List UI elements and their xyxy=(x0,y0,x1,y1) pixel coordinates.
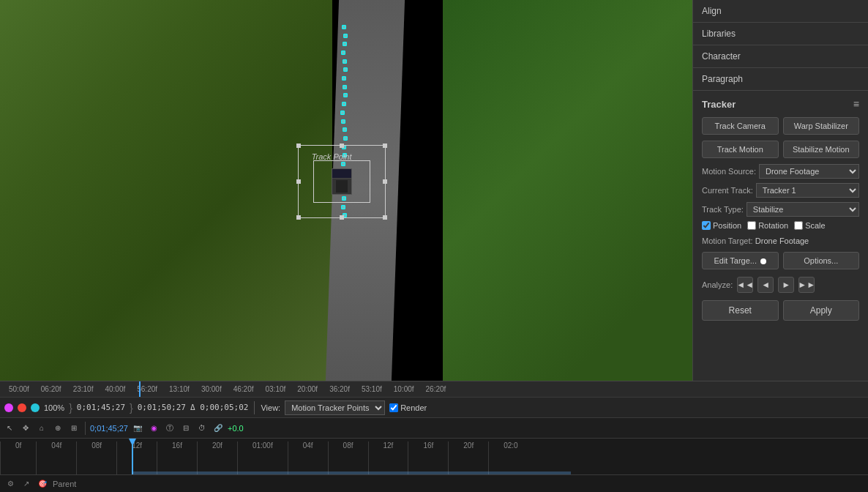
analyze-forward-button[interactable]: ► xyxy=(778,277,794,293)
handle-tm[interactable] xyxy=(340,144,344,148)
bb-parent-icon[interactable]: 🎯 xyxy=(37,478,48,490)
rotation-label: Rotation xyxy=(758,221,788,230)
main-timeline[interactable]: 0f 04f 08f 12f 16f 20f 01:00f 04f 08f 12… xyxy=(0,438,868,474)
bb-settings-icon[interactable]: ⚙ xyxy=(4,478,16,490)
handle-br[interactable] xyxy=(383,215,387,220)
timeline-secondary: ↖ ✥ ⌂ ⊕ ⊞ 0;01;45;27 📷 ◉ Ⓣ ⊟ ⏱ 🔗 +0.0 xyxy=(0,417,868,438)
analyze-row: Analyze: ◄◄ ◄ ► ►► xyxy=(702,277,859,293)
paragraph-label: Paragraph xyxy=(702,74,743,84)
color-icon[interactable] xyxy=(4,403,13,412)
mt-mark-2: 08f xyxy=(76,441,116,474)
analyze-back-back-button[interactable]: ◄◄ xyxy=(737,277,753,293)
ts-arrow-icon[interactable]: ↖ xyxy=(3,422,16,435)
handle-rm[interactable] xyxy=(383,179,387,184)
tl-mark-4: 56:20f xyxy=(131,385,163,393)
tl-mark-10: 36:20f xyxy=(323,385,356,393)
motion-source-select[interactable]: Drone Footage xyxy=(759,164,859,179)
mt-mark-11: 20f xyxy=(448,441,488,474)
delta-time-display: Δ 0;00;05;02 xyxy=(190,403,248,412)
align-header[interactable]: Align xyxy=(693,0,868,22)
view-select[interactable]: Motion Tracker Points xyxy=(285,400,385,415)
video-viewer: Track Point xyxy=(0,0,692,381)
motion-target-label: Motion Target: xyxy=(702,236,753,245)
tracker-btn-row-1: Track Camera Warp Stabilizer xyxy=(702,117,859,135)
tracker-menu-icon[interactable]: ≡ xyxy=(853,98,859,110)
edit-target-button[interactable]: Edit Targe... xyxy=(702,252,779,269)
character-header[interactable]: Character xyxy=(693,45,868,67)
tl-mark-1: 06:20f xyxy=(35,385,67,393)
parent-label: Parent xyxy=(53,480,76,488)
analyze-label: Analyze: xyxy=(702,280,733,289)
ts-move-icon[interactable]: ✥ xyxy=(19,422,32,435)
track-type-label: Track Type: xyxy=(702,205,744,214)
ts-clock-icon[interactable]: ⏱ xyxy=(195,422,209,435)
edit-options-row: Edit Targe... Options... xyxy=(702,252,859,269)
tracker-btn-row-2: Track Motion Stabilize Motion xyxy=(702,141,859,158)
mt-mark-9: 12f xyxy=(368,441,408,474)
mt-mark-12: 02:0 xyxy=(488,441,532,474)
render-checkbox[interactable] xyxy=(389,403,398,412)
timeline-bar[interactable]: 50:00f 06:20f 23:10f 40:00f 56:20f 13:10… xyxy=(0,381,868,397)
end-time-display[interactable]: 0;01;50;27 xyxy=(138,403,186,412)
field-left xyxy=(0,0,332,381)
field-right xyxy=(443,0,692,381)
panel-section-libraries: Libraries xyxy=(693,23,868,45)
warp-stabilizer-button[interactable]: Warp Stabilizer xyxy=(783,117,860,135)
handle-lm[interactable] xyxy=(296,179,301,184)
ts-home-icon[interactable]: ⌂ xyxy=(35,422,48,435)
scale-checkbox[interactable] xyxy=(794,221,803,230)
current-track-label: Current Track: xyxy=(702,186,753,195)
motion-source-row: Motion Source: Drone Footage xyxy=(702,164,859,179)
motion-target-row: Motion Target: Drone Footage xyxy=(702,236,859,246)
align-label: Align xyxy=(702,6,722,16)
ts-link2-icon[interactable]: 🔗 xyxy=(212,422,225,435)
mt-mark-1: 04f xyxy=(36,441,76,474)
position-checkbox[interactable] xyxy=(702,221,711,230)
bb-move-icon[interactable]: ↗ xyxy=(20,478,32,490)
mt-mark-5: 20f xyxy=(197,441,237,474)
ts-camera-icon[interactable]: 📷 xyxy=(131,422,144,435)
ts-link-icon[interactable]: ⊕ xyxy=(51,422,64,435)
teal-icon[interactable] xyxy=(31,403,40,412)
mt-mark-3: 12f xyxy=(116,441,157,474)
tl-mark-8: 03:10f xyxy=(260,385,292,393)
rotation-checkbox[interactable] xyxy=(747,221,756,230)
rotation-checkbox-item[interactable]: Rotation xyxy=(747,221,788,230)
ts-type-icon[interactable]: Ⓣ xyxy=(163,422,176,435)
tl-mark-0: 50:00f xyxy=(3,385,35,393)
position-checkbox-item[interactable]: Position xyxy=(702,221,741,230)
stabilize-motion-button[interactable]: Stabilize Motion xyxy=(783,141,860,158)
scale-checkbox-item[interactable]: Scale xyxy=(794,221,826,230)
tracker-title-row: Tracker ≡ xyxy=(702,98,859,110)
current-time-display[interactable]: 0;01;45;27 xyxy=(77,403,125,412)
tl-mark-2: 23:10f xyxy=(67,385,100,393)
tracker-title-text: Tracker xyxy=(702,99,736,110)
mt-mark-6: 01:00f xyxy=(237,441,288,474)
tracker-section: Tracker ≡ Track Camera Warp Stabilizer T… xyxy=(693,91,868,328)
handle-bm[interactable] xyxy=(340,215,344,220)
ts-grid-icon[interactable]: ⊞ xyxy=(67,422,81,435)
options-button[interactable]: Options... xyxy=(783,252,860,269)
track-camera-button[interactable]: Track Camera xyxy=(702,117,779,135)
paragraph-header[interactable]: Paragraph xyxy=(693,68,868,90)
track-type-select[interactable]: Stabilize xyxy=(747,202,859,217)
mt-mark-4: 16f xyxy=(157,441,197,474)
scale-label: Scale xyxy=(805,221,826,230)
track-motion-button[interactable]: Track Motion xyxy=(702,141,779,158)
ts-layers-icon[interactable]: ⊟ xyxy=(179,422,192,435)
libraries-header[interactable]: Libraries xyxy=(693,23,868,45)
handle-bl[interactable] xyxy=(296,215,301,220)
apply-button[interactable]: Apply xyxy=(783,300,860,321)
analyze-back-button[interactable]: ◄ xyxy=(757,277,774,293)
red-icon[interactable] xyxy=(18,403,26,412)
ts-color2-icon[interactable]: ◉ xyxy=(147,422,160,435)
reset-button[interactable]: Reset xyxy=(702,300,779,321)
main-timeline-playhead[interactable] xyxy=(132,439,133,474)
current-track-row: Current Track: Tracker 1 xyxy=(702,183,859,198)
analyze-forward-forward-button[interactable]: ►► xyxy=(798,277,815,293)
character-label: Character xyxy=(702,51,741,61)
view-label: View: xyxy=(261,403,280,412)
current-track-select[interactable]: Tracker 1 xyxy=(756,183,859,198)
handle-tl[interactable] xyxy=(296,144,301,148)
handle-tr[interactable] xyxy=(383,144,387,148)
